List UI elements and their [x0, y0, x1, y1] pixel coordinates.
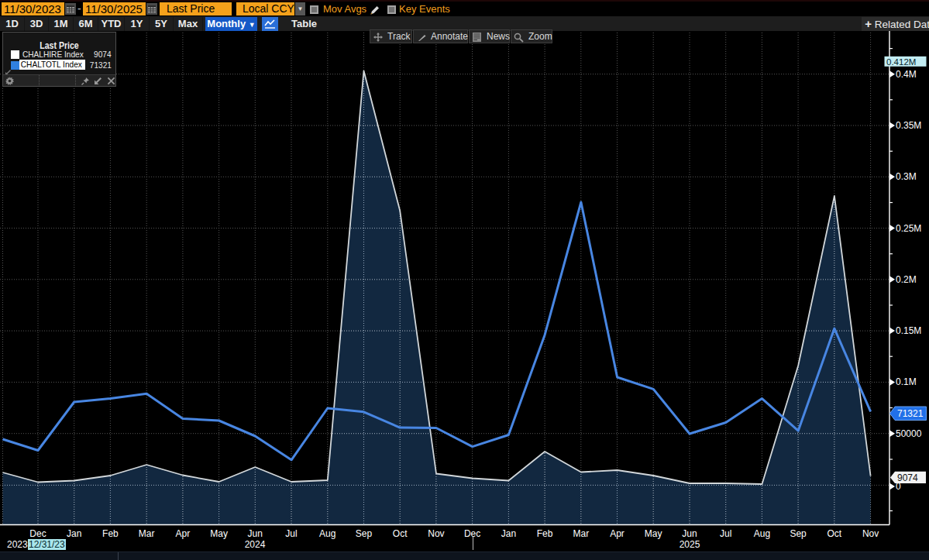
- svg-text:9074: 9074: [897, 472, 918, 483]
- svg-text:71321: 71321: [897, 408, 924, 419]
- svg-text:0.412M: 0.412M: [886, 57, 916, 67]
